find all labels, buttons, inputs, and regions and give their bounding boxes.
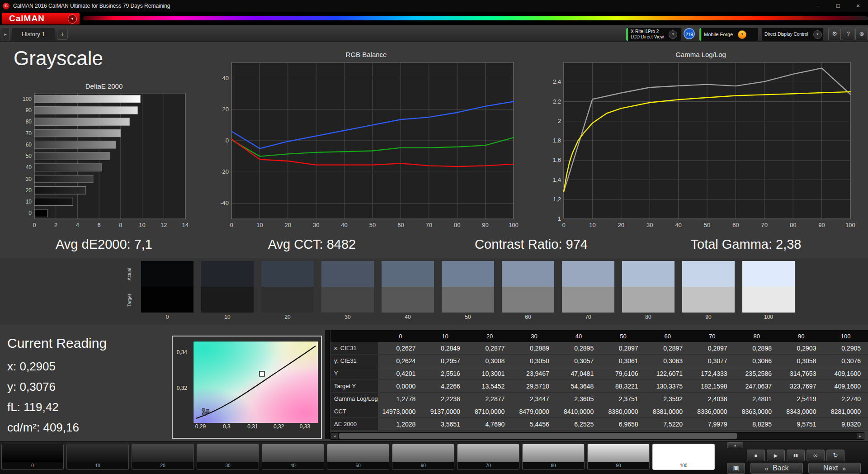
row-label: Y xyxy=(330,367,378,380)
next-button[interactable]: Next » xyxy=(808,463,861,474)
patch-button-10[interactable]: 10 xyxy=(66,444,129,470)
svg-text:2,2: 2,2 xyxy=(553,98,561,105)
swatch-actual xyxy=(562,261,614,287)
de-bar-10 xyxy=(34,198,73,206)
power-button[interactable]: ⊗ xyxy=(855,28,868,40)
table-cell: 0,2849 xyxy=(423,342,467,355)
patch-button-80[interactable]: 80 xyxy=(522,444,585,470)
swatch-target xyxy=(502,287,554,313)
svg-text:70: 70 xyxy=(761,222,768,228)
table-cell: 2,2238 xyxy=(423,393,467,405)
transport-collapse-button[interactable]: ▲ xyxy=(727,442,743,448)
patch-button-0[interactable]: 0 xyxy=(1,444,64,470)
table-cell: 0,3076 xyxy=(823,355,868,367)
patch-label: 10 xyxy=(67,462,128,469)
table-cell: 247,0637 xyxy=(735,380,779,393)
table-cell: 409,1600 xyxy=(823,380,868,393)
svg-text:40: 40 xyxy=(222,75,229,81)
swatch-target xyxy=(562,287,614,313)
back-button[interactable]: « Back xyxy=(750,463,803,474)
gray-swatch-80: 80 xyxy=(622,261,675,322)
table-cell: 0,3057 xyxy=(557,355,601,367)
swatch-actual xyxy=(141,261,193,287)
svg-text:90: 90 xyxy=(26,107,32,114)
cie-x-tick: 0,33 xyxy=(300,423,310,430)
reading-y: y: 0,3076 xyxy=(7,380,56,394)
panel-collapse-button[interactable]: ▸ xyxy=(1,27,10,41)
scrollbar-thumb[interactable] xyxy=(339,433,737,439)
play-button[interactable]: ▶ xyxy=(767,450,785,461)
minimize-button[interactable]: – xyxy=(808,0,828,12)
stat-total-gamma: Total Gamma: 2,38 xyxy=(646,235,845,253)
meter-mode: LCD Direct View xyxy=(631,34,664,40)
svg-text:1: 1 xyxy=(558,215,561,222)
refresh-button[interactable]: ↻ xyxy=(826,450,844,461)
table-cell: 8363,0000 xyxy=(735,405,779,418)
svg-text:40: 40 xyxy=(675,222,681,228)
maximize-button[interactable]: □ xyxy=(828,0,848,12)
loop-icon: ∞ xyxy=(813,452,817,459)
tab-history-1[interactable]: History 1 xyxy=(12,27,55,41)
table-cell: 7,9979 xyxy=(690,418,734,431)
reading-fl: fL: 119,42 xyxy=(7,400,59,414)
patch-button-60[interactable]: 60 xyxy=(392,444,454,470)
table-cell: 8410,0000 xyxy=(557,405,601,418)
help-button[interactable]: ? xyxy=(842,28,854,40)
patch-label: 20 xyxy=(132,462,193,469)
svg-text:2,4: 2,4 xyxy=(553,78,561,85)
refresh-icon: ↻ xyxy=(833,452,838,459)
patch-label: 100 xyxy=(653,462,714,469)
calman-logo-menu[interactable]: CalMAN ▼ xyxy=(2,13,80,24)
svg-text:4: 4 xyxy=(76,222,79,228)
svg-text:0: 0 xyxy=(226,137,229,144)
continuous-read-button[interactable]: ∞ xyxy=(807,450,825,461)
table-cell: 8381,0000 xyxy=(646,405,690,418)
svg-text:40: 40 xyxy=(26,164,32,171)
layout-button[interactable]: ▣ xyxy=(727,463,745,474)
current-reading-title: Current Reading xyxy=(7,336,107,351)
table-cell: 2,2877 xyxy=(467,393,512,405)
scroll-right-arrow-icon[interactable]: ▸ xyxy=(857,433,864,439)
gray-swatch-90: 90 xyxy=(682,261,735,322)
table-row: CCT14973,00009137,00008710,00008479,0000… xyxy=(330,405,868,418)
table-horizontal-scrollbar[interactable]: ◂ ▸ xyxy=(330,432,864,440)
swatch-actual xyxy=(742,261,795,287)
patch-button-30[interactable]: 30 xyxy=(197,444,259,470)
meter-selector[interactable]: X-Rite i1Pro 2 LCD Direct View ▾ xyxy=(626,28,682,41)
close-button[interactable]: × xyxy=(848,0,868,12)
patch-button-20[interactable]: 20 xyxy=(132,444,194,470)
spectrum-strip xyxy=(83,16,868,20)
source-selector[interactable]: Mobile Forge ▾ xyxy=(699,28,759,41)
display-control-name: Direct Display Control xyxy=(764,28,808,41)
table-cell: 6,2525 xyxy=(557,418,601,431)
patch-button-70[interactable]: 70 xyxy=(457,444,519,470)
table-cell: 0,2895 xyxy=(557,342,601,355)
svg-text:90: 90 xyxy=(482,222,488,228)
svg-text:100: 100 xyxy=(845,222,855,228)
table-col-header: 30 xyxy=(512,330,556,342)
pause-button[interactable]: ▮▮ xyxy=(787,450,805,461)
target-point-marker xyxy=(259,371,264,376)
table-cell: 0,2889 xyxy=(512,342,556,355)
patch-button-50[interactable]: 50 xyxy=(327,444,389,470)
svg-text:0: 0 xyxy=(33,222,36,228)
table-cell: 0,2898 xyxy=(735,342,779,355)
display-control-selector[interactable]: Direct Display Control ▾ xyxy=(761,28,824,41)
swatch-target xyxy=(261,287,314,313)
gray-swatch-100: 100 xyxy=(742,261,795,322)
table-cell: 2,3605 xyxy=(557,393,601,405)
scroll-left-arrow-icon[interactable]: ◂ xyxy=(331,433,338,439)
app-icon: C xyxy=(3,3,9,9)
settings-button[interactable]: ⚙ xyxy=(828,28,841,40)
power-icon: ⊗ xyxy=(859,30,864,37)
patch-button-90[interactable]: 90 xyxy=(587,444,650,470)
table-col-header: 60 xyxy=(646,330,690,342)
patch-gradient xyxy=(67,444,128,462)
cie-x-tick: 0,31 xyxy=(247,423,258,430)
stop-button[interactable]: ■ xyxy=(747,450,765,461)
patch-button-100[interactable]: 100 xyxy=(652,444,715,470)
patch-button-40[interactable]: 40 xyxy=(262,444,324,470)
svg-text:20: 20 xyxy=(222,106,229,113)
add-tab-button[interactable]: + xyxy=(57,29,68,40)
cie-gamut-plot xyxy=(193,341,318,423)
